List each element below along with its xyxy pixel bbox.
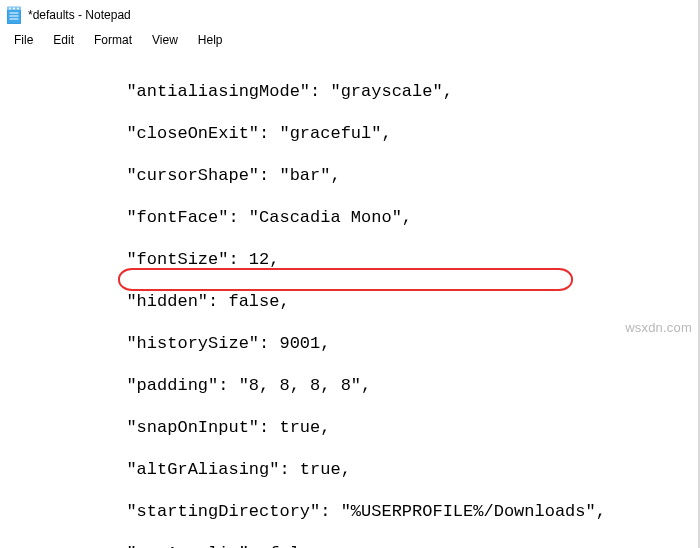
notepad-icon	[6, 5, 22, 25]
annotation-circle	[118, 268, 573, 291]
code-line: "startingDirectory": "%USERPROFILE%/Down…	[4, 501, 700, 522]
menu-view[interactable]: View	[144, 31, 186, 49]
code-line: "hidden": false,	[4, 291, 700, 312]
code-line: "cursorShape": "bar",	[4, 165, 700, 186]
menu-edit[interactable]: Edit	[45, 31, 82, 49]
svg-point-4	[17, 8, 19, 10]
code-line: "snapOnInput": true,	[4, 417, 700, 438]
window-title: *defaults - Notepad	[28, 8, 131, 22]
code-line: "closeOnExit": "graceful",	[4, 123, 700, 144]
menu-file[interactable]: File	[6, 31, 41, 49]
code-line: "padding": "8, 8, 8, 8",	[4, 375, 700, 396]
code-line: "antialiasingMode": "grayscale",	[4, 81, 700, 102]
code-line: "altGrAliasing": true,	[4, 459, 700, 480]
code-line: "useAcrylic": false	[4, 543, 700, 548]
svg-point-2	[9, 8, 11, 10]
svg-point-3	[13, 8, 15, 10]
code-line: "fontFace": "Cascadia Mono",	[4, 207, 700, 228]
code-line: "historySize": 9001,	[4, 333, 700, 354]
menu-help[interactable]: Help	[190, 31, 231, 49]
menu-format[interactable]: Format	[86, 31, 140, 49]
menubar: File Edit Format View Help	[0, 30, 700, 52]
watermark-text: wsxdn.com	[625, 320, 692, 335]
titlebar: *defaults - Notepad	[0, 0, 700, 30]
code-line: "fontSize": 12,	[4, 249, 700, 270]
text-editor[interactable]: "antialiasingMode": "grayscale", "closeO…	[0, 52, 700, 548]
